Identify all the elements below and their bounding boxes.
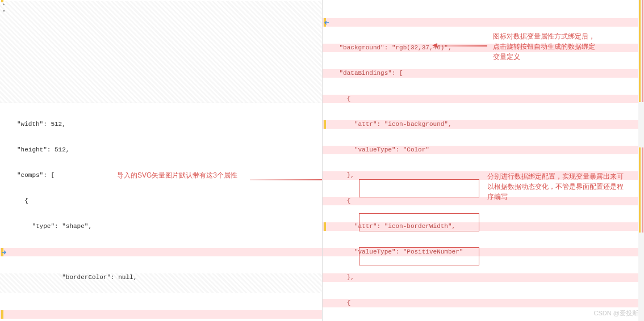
scrollbar[interactable]: [638, 0, 644, 321]
diff-view: ▸ ▾ "width": 512, "height": 512, "comps"…: [0, 0, 644, 321]
code-line[interactable]: "comps": [: [0, 171, 322, 180]
right-code[interactable]: "modified": "Mon Aug 01 2022 23:33:01 GM…: [323, 1, 645, 321]
code-line-diff[interactable]: "attr": "icon-background",: [323, 120, 645, 129]
fold-icon[interactable]: ▾: [0, 8, 8, 14]
code-line-diff[interactable]: },: [323, 171, 645, 180]
code-line-diff[interactable]: "borderWidth": 0,: [0, 310, 322, 319]
code-line-diff[interactable]: {: [323, 95, 645, 103]
code-line[interactable]: "type": "shape",: [0, 222, 322, 231]
code-line-diff[interactable]: "attr": "icon-borderWidth",: [323, 222, 645, 231]
diff-placeholder: [0, 1, 322, 103]
merge-left-icon[interactable]: [323, 19, 331, 27]
code-line[interactable]: "width": 512,: [0, 120, 322, 129]
right-pane: "modified": "Mon Aug 01 2022 23:33:01 GM…: [323, 0, 645, 321]
code-line-diff[interactable]: {: [323, 299, 645, 307]
code-line-diff[interactable]: "valueType": "Color": [323, 146, 645, 154]
code-line-diff[interactable]: "valueType": "PositiveNumber": [323, 248, 645, 256]
code-line-diff[interactable]: "dataBindings": [: [323, 69, 645, 78]
code-line-diff[interactable]: },: [323, 273, 645, 282]
merge-right-icon[interactable]: [0, 248, 8, 256]
left-pane: ▸ ▾ "width": 512, "height": 512, "comps"…: [0, 0, 323, 321]
code-line-diff[interactable]: "background": "rgb(32,37,46)",: [323, 44, 645, 52]
watermark: CSDN @爱投斯: [594, 309, 638, 318]
code-line[interactable]: "height": 512,: [0, 146, 322, 154]
left-code[interactable]: "width": 512, "height": 512, "comps": [ …: [0, 103, 322, 321]
code-line-diff[interactable]: {: [323, 197, 645, 205]
code-line[interactable]: {: [0, 197, 322, 205]
code-line-diff[interactable]: "modified": "Mon Aug 01 2022 23:33:01 GM…: [323, 18, 645, 27]
code-line-diff[interactable]: "borderColor": null,: [0, 248, 322, 256]
